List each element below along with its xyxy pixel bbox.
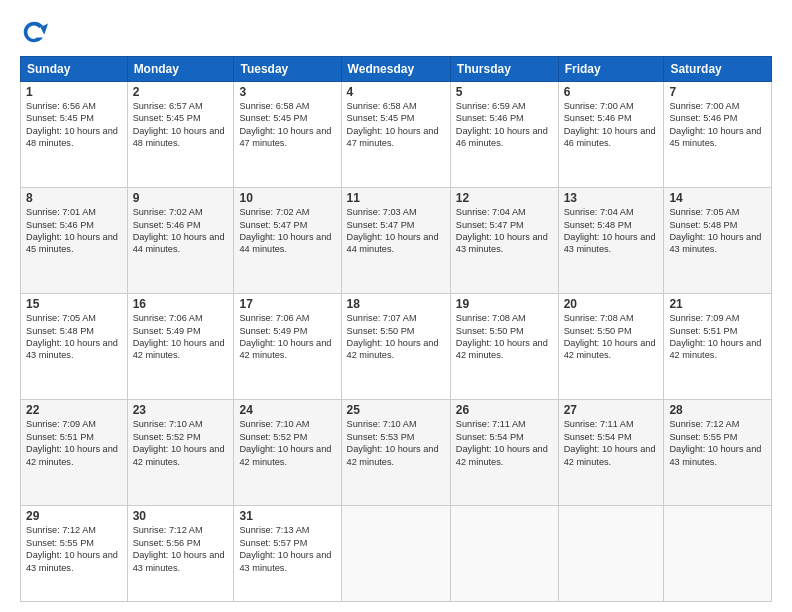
logo — [20, 18, 52, 46]
day-number: 18 — [347, 297, 445, 311]
calendar-cell — [341, 506, 450, 602]
day-number: 13 — [564, 191, 659, 205]
day-info: Sunrise: 7:06 AMSunset: 5:49 PMDaylight:… — [133, 312, 229, 362]
day-number: 5 — [456, 85, 553, 99]
day-info: Sunrise: 6:58 AMSunset: 5:45 PMDaylight:… — [347, 100, 445, 150]
calendar-cell: 27Sunrise: 7:11 AMSunset: 5:54 PMDayligh… — [558, 400, 664, 506]
day-info: Sunrise: 7:13 AMSunset: 5:57 PMDaylight:… — [239, 524, 335, 574]
calendar-cell — [664, 506, 772, 602]
day-number: 8 — [26, 191, 122, 205]
calendar-cell: 18Sunrise: 7:07 AMSunset: 5:50 PMDayligh… — [341, 294, 450, 400]
day-number: 30 — [133, 509, 229, 523]
weekday-header-saturday: Saturday — [664, 57, 772, 82]
calendar-cell: 29Sunrise: 7:12 AMSunset: 5:55 PMDayligh… — [21, 506, 128, 602]
week-row-4: 22Sunrise: 7:09 AMSunset: 5:51 PMDayligh… — [21, 400, 772, 506]
calendar-cell: 19Sunrise: 7:08 AMSunset: 5:50 PMDayligh… — [450, 294, 558, 400]
calendar-cell: 30Sunrise: 7:12 AMSunset: 5:56 PMDayligh… — [127, 506, 234, 602]
day-info: Sunrise: 7:10 AMSunset: 5:52 PMDaylight:… — [133, 418, 229, 468]
day-info: Sunrise: 6:58 AMSunset: 5:45 PMDaylight:… — [239, 100, 335, 150]
calendar-cell: 23Sunrise: 7:10 AMSunset: 5:52 PMDayligh… — [127, 400, 234, 506]
calendar-cell — [450, 506, 558, 602]
day-number: 4 — [347, 85, 445, 99]
week-row-1: 1Sunrise: 6:56 AMSunset: 5:45 PMDaylight… — [21, 82, 772, 188]
day-number: 6 — [564, 85, 659, 99]
day-info: Sunrise: 7:00 AMSunset: 5:46 PMDaylight:… — [669, 100, 766, 150]
day-info: Sunrise: 7:03 AMSunset: 5:47 PMDaylight:… — [347, 206, 445, 256]
day-number: 16 — [133, 297, 229, 311]
calendar-cell: 26Sunrise: 7:11 AMSunset: 5:54 PMDayligh… — [450, 400, 558, 506]
day-number: 31 — [239, 509, 335, 523]
weekday-header-row: SundayMondayTuesdayWednesdayThursdayFrid… — [21, 57, 772, 82]
calendar-cell: 25Sunrise: 7:10 AMSunset: 5:53 PMDayligh… — [341, 400, 450, 506]
day-info: Sunrise: 7:12 AMSunset: 5:56 PMDaylight:… — [133, 524, 229, 574]
weekday-header-monday: Monday — [127, 57, 234, 82]
day-number: 7 — [669, 85, 766, 99]
calendar-cell: 5Sunrise: 6:59 AMSunset: 5:46 PMDaylight… — [450, 82, 558, 188]
day-info: Sunrise: 7:10 AMSunset: 5:53 PMDaylight:… — [347, 418, 445, 468]
day-info: Sunrise: 7:11 AMSunset: 5:54 PMDaylight:… — [564, 418, 659, 468]
day-number: 3 — [239, 85, 335, 99]
day-info: Sunrise: 7:04 AMSunset: 5:48 PMDaylight:… — [564, 206, 659, 256]
calendar-cell: 12Sunrise: 7:04 AMSunset: 5:47 PMDayligh… — [450, 188, 558, 294]
calendar-cell: 21Sunrise: 7:09 AMSunset: 5:51 PMDayligh… — [664, 294, 772, 400]
calendar-cell: 6Sunrise: 7:00 AMSunset: 5:46 PMDaylight… — [558, 82, 664, 188]
day-number: 25 — [347, 403, 445, 417]
day-number: 23 — [133, 403, 229, 417]
calendar-cell: 16Sunrise: 7:06 AMSunset: 5:49 PMDayligh… — [127, 294, 234, 400]
day-info: Sunrise: 7:04 AMSunset: 5:47 PMDaylight:… — [456, 206, 553, 256]
day-info: Sunrise: 7:12 AMSunset: 5:55 PMDaylight:… — [669, 418, 766, 468]
day-info: Sunrise: 7:11 AMSunset: 5:54 PMDaylight:… — [456, 418, 553, 468]
day-number: 15 — [26, 297, 122, 311]
day-number: 12 — [456, 191, 553, 205]
calendar-table: SundayMondayTuesdayWednesdayThursdayFrid… — [20, 56, 772, 602]
header — [20, 18, 772, 46]
day-number: 2 — [133, 85, 229, 99]
calendar-cell: 22Sunrise: 7:09 AMSunset: 5:51 PMDayligh… — [21, 400, 128, 506]
day-info: Sunrise: 7:05 AMSunset: 5:48 PMDaylight:… — [26, 312, 122, 362]
weekday-header-friday: Friday — [558, 57, 664, 82]
day-info: Sunrise: 6:56 AMSunset: 5:45 PMDaylight:… — [26, 100, 122, 150]
day-number: 29 — [26, 509, 122, 523]
week-row-3: 15Sunrise: 7:05 AMSunset: 5:48 PMDayligh… — [21, 294, 772, 400]
day-number: 1 — [26, 85, 122, 99]
calendar-cell: 1Sunrise: 6:56 AMSunset: 5:45 PMDaylight… — [21, 82, 128, 188]
calendar-cell: 10Sunrise: 7:02 AMSunset: 5:47 PMDayligh… — [234, 188, 341, 294]
day-info: Sunrise: 7:08 AMSunset: 5:50 PMDaylight:… — [456, 312, 553, 362]
calendar-cell — [558, 506, 664, 602]
calendar-cell: 20Sunrise: 7:08 AMSunset: 5:50 PMDayligh… — [558, 294, 664, 400]
calendar-cell: 15Sunrise: 7:05 AMSunset: 5:48 PMDayligh… — [21, 294, 128, 400]
logo-icon — [20, 18, 48, 46]
day-number: 22 — [26, 403, 122, 417]
day-number: 28 — [669, 403, 766, 417]
day-number: 24 — [239, 403, 335, 417]
day-info: Sunrise: 7:00 AMSunset: 5:46 PMDaylight:… — [564, 100, 659, 150]
day-info: Sunrise: 7:10 AMSunset: 5:52 PMDaylight:… — [239, 418, 335, 468]
day-number: 27 — [564, 403, 659, 417]
day-info: Sunrise: 7:09 AMSunset: 5:51 PMDaylight:… — [26, 418, 122, 468]
day-info: Sunrise: 7:09 AMSunset: 5:51 PMDaylight:… — [669, 312, 766, 362]
day-info: Sunrise: 7:06 AMSunset: 5:49 PMDaylight:… — [239, 312, 335, 362]
weekday-header-thursday: Thursday — [450, 57, 558, 82]
weekday-header-sunday: Sunday — [21, 57, 128, 82]
week-row-2: 8Sunrise: 7:01 AMSunset: 5:46 PMDaylight… — [21, 188, 772, 294]
day-number: 10 — [239, 191, 335, 205]
calendar-cell: 28Sunrise: 7:12 AMSunset: 5:55 PMDayligh… — [664, 400, 772, 506]
calendar-cell: 11Sunrise: 7:03 AMSunset: 5:47 PMDayligh… — [341, 188, 450, 294]
day-info: Sunrise: 6:57 AMSunset: 5:45 PMDaylight:… — [133, 100, 229, 150]
day-info: Sunrise: 7:05 AMSunset: 5:48 PMDaylight:… — [669, 206, 766, 256]
calendar-cell: 4Sunrise: 6:58 AMSunset: 5:45 PMDaylight… — [341, 82, 450, 188]
day-number: 14 — [669, 191, 766, 205]
weekday-header-tuesday: Tuesday — [234, 57, 341, 82]
day-info: Sunrise: 7:07 AMSunset: 5:50 PMDaylight:… — [347, 312, 445, 362]
calendar-cell: 9Sunrise: 7:02 AMSunset: 5:46 PMDaylight… — [127, 188, 234, 294]
week-row-5: 29Sunrise: 7:12 AMSunset: 5:55 PMDayligh… — [21, 506, 772, 602]
day-number: 19 — [456, 297, 553, 311]
calendar-cell: 24Sunrise: 7:10 AMSunset: 5:52 PMDayligh… — [234, 400, 341, 506]
day-info: Sunrise: 7:12 AMSunset: 5:55 PMDaylight:… — [26, 524, 122, 574]
calendar-cell: 2Sunrise: 6:57 AMSunset: 5:45 PMDaylight… — [127, 82, 234, 188]
calendar-cell: 8Sunrise: 7:01 AMSunset: 5:46 PMDaylight… — [21, 188, 128, 294]
calendar-cell: 3Sunrise: 6:58 AMSunset: 5:45 PMDaylight… — [234, 82, 341, 188]
day-number: 21 — [669, 297, 766, 311]
weekday-header-wednesday: Wednesday — [341, 57, 450, 82]
day-number: 11 — [347, 191, 445, 205]
